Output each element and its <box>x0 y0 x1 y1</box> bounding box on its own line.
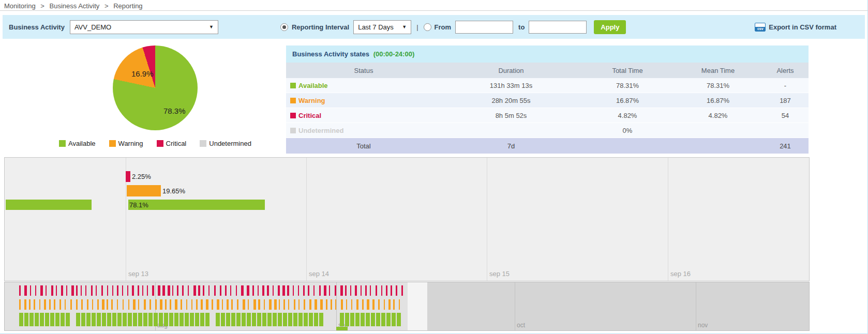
breadcrumb-separator: > <box>40 2 44 10</box>
overview-tick-critical <box>376 285 377 296</box>
overview-tick-critical <box>19 285 21 296</box>
overview-tick-critical <box>319 285 321 296</box>
overview-tick-critical <box>162 285 165 296</box>
to-date-input[interactable] <box>529 21 587 34</box>
breadcrumb-business-activity[interactable]: Business Activity <box>50 2 100 10</box>
overview-tick-warning <box>117 299 118 310</box>
chevron-down-icon: ▼ <box>402 24 407 29</box>
overview-tick-critical <box>225 285 227 296</box>
mean-time-cell: 16.87% <box>674 93 762 108</box>
overview-tick-warning <box>269 299 272 310</box>
overview-tick-critical <box>208 285 209 296</box>
overview-tick-critical <box>267 285 269 296</box>
day-gridline <box>487 158 487 281</box>
total-alerts-cell: 241 <box>762 138 809 154</box>
overview-tick-warning <box>264 299 265 310</box>
col-header-mean-time: Mean Time <box>674 63 762 78</box>
day-gridline <box>306 158 307 281</box>
overview-tick-critical <box>350 285 351 296</box>
overview-tick-available <box>133 313 137 326</box>
from-date-input[interactable] <box>455 21 513 34</box>
overview-tick-critical <box>396 285 397 296</box>
col-header-duration: Duration <box>441 63 581 78</box>
overview-tick-critical <box>85 285 86 296</box>
reporting-page: Monitoring > Business Activity > Reporti… <box>0 0 868 334</box>
overview-tick-critical <box>101 285 103 296</box>
overview-tick-critical <box>132 285 134 296</box>
legend-swatch-warning <box>109 140 116 147</box>
overview-tick-available <box>40 313 44 326</box>
reporting-interval-select[interactable]: Last 7 Days ▼ <box>353 20 411 34</box>
status-swatch <box>290 98 296 103</box>
custom-period-radio[interactable] <box>424 23 431 31</box>
overview-tick-available <box>298 313 303 326</box>
states-table: Status Duration Total Time Mean Time Ale… <box>286 63 809 154</box>
overview-tick-warning <box>212 299 213 310</box>
overview-viewport-highlight[interactable] <box>408 282 427 330</box>
overview-tick-available <box>29 313 34 326</box>
reporting-interval-label: Reporting Interval <box>292 23 349 31</box>
overview-tick-available <box>216 313 220 326</box>
overview-tick-critical <box>241 285 244 296</box>
overview-tick-warning <box>65 299 66 310</box>
overview-tick-available <box>340 313 344 326</box>
reporting-interval-radio[interactable] <box>280 23 288 31</box>
overview-tick-critical <box>107 285 108 296</box>
overview-current-marker <box>336 327 348 330</box>
breadcrumb-monitoring[interactable]: Monitoring <box>4 2 36 10</box>
overview-tick-critical <box>258 285 259 296</box>
overview-tick-warning <box>384 299 385 310</box>
overview-tick-critical <box>198 285 200 296</box>
timeline-main-band[interactable]: sep 13sep 14sep 15sep 162.25%19.65%78.1% <box>4 157 810 281</box>
overview-tick-available <box>81 313 85 326</box>
overview-tick-available <box>185 313 189 326</box>
overview-tick-critical <box>193 285 196 296</box>
overview-tick-critical <box>298 285 299 296</box>
duration-cell: 28h 20m 55s <box>441 93 581 108</box>
overview-tick-warning <box>283 299 285 310</box>
overview-tick-available <box>154 313 158 326</box>
overview-tick-critical <box>61 285 63 296</box>
export-csv-label: Export in CSV format <box>769 23 836 31</box>
overview-tick-available <box>159 313 163 326</box>
overview-tick-available <box>397 313 401 326</box>
month-gridline <box>696 282 696 330</box>
overview-tick-available <box>66 313 70 326</box>
status-label: Available <box>298 82 328 89</box>
overview-tick-warning <box>217 299 219 310</box>
overview-tick-warning <box>399 299 400 310</box>
timeline-critical-bar <box>126 171 130 182</box>
business-activity-select[interactable]: AVV_DEMO ▼ <box>70 20 218 34</box>
overview-tick-available <box>102 313 106 326</box>
overview-tick-warning <box>102 299 104 310</box>
total-label-cell: Total <box>286 138 441 154</box>
alerts-cell: - <box>762 78 809 93</box>
apply-button[interactable]: Apply <box>594 20 626 34</box>
day-label: sep 14 <box>309 270 329 278</box>
overview-tick-warning <box>70 299 72 310</box>
states-table-header-row: Status Duration Total Time Mean Time Ale… <box>286 63 809 78</box>
from-label: From <box>435 23 452 31</box>
mean-time-cell: 4.82% <box>674 108 762 123</box>
overview-tick-available <box>376 313 380 326</box>
overview-tick-critical <box>71 285 74 296</box>
breadcrumb-reporting[interactable]: Reporting <box>113 2 142 10</box>
legend-swatch-available <box>59 140 66 147</box>
overview-tick-warning <box>258 299 260 310</box>
month-gridline <box>336 282 337 330</box>
business-activity-states-panel: Business Activity states (00:00-24:00) S… <box>286 45 809 154</box>
export-csv-link[interactable]: csv Export in CSV format <box>755 23 836 32</box>
table-row-warning: Warning 28h 20m 55s 16.87% 16.87% 187 <box>286 93 809 108</box>
states-panel-title: Business Activity states (00:00-24:00) <box>286 45 809 63</box>
overview-tick-critical <box>96 285 97 296</box>
overview-tick-warning <box>367 299 369 310</box>
timeline-overview-band[interactable]: Timeline © SIMILE augsepoctnov <box>4 282 810 331</box>
overview-tick-warning <box>111 299 113 310</box>
mean-time-cell: 78.31% <box>674 78 762 93</box>
overview-tick-available <box>24 313 28 326</box>
overview-tick-available <box>76 313 80 326</box>
breadcrumb: Monitoring > Business Activity > Reporti… <box>0 0 867 11</box>
breadcrumb-separator: > <box>104 2 109 10</box>
overview-tick-warning <box>128 299 129 310</box>
overview-tick-available <box>92 313 96 326</box>
